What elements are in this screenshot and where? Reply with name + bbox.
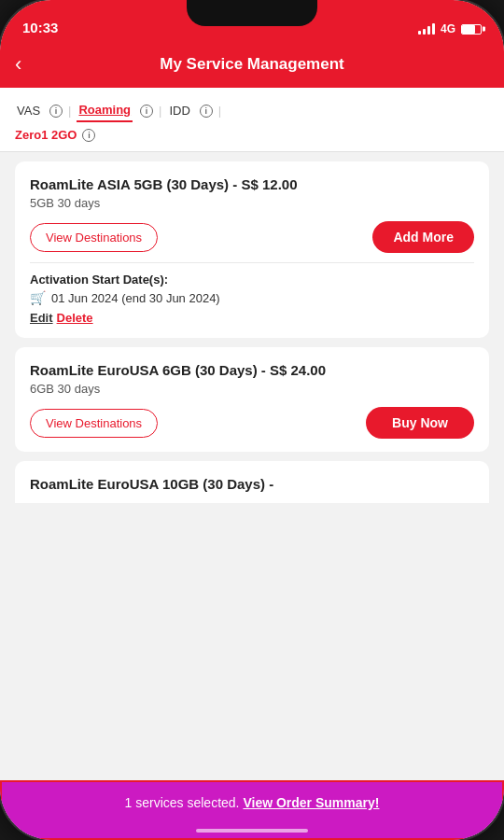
network-label: 4G xyxy=(441,22,455,35)
content-area: RoamLite ASIA 5GB (30 Days) - S$ 12.00 5… xyxy=(0,152,504,770)
plan-details-1: 5GB 30 days xyxy=(30,196,474,210)
zero1-row: Zero1 2GO i xyxy=(15,122,489,151)
buy-now-button[interactable]: Buy Now xyxy=(366,407,474,439)
signal-bar-2 xyxy=(423,29,426,35)
edit-link[interactable]: Edit xyxy=(30,311,53,325)
activation-section: Activation Start Date(s): 🛒 01 Jun 2024 … xyxy=(30,273,474,325)
divider-3: | xyxy=(218,104,221,118)
plan-name-1: RoamLite ASIA 5GB (30 Days) - S$ 12.00 xyxy=(30,175,474,194)
home-indicator xyxy=(196,829,308,833)
view-destinations-button-2[interactable]: View Destinations xyxy=(30,409,158,438)
divider-2: | xyxy=(159,104,161,118)
tab-row: VAS i | Roaming i | IDD i | xyxy=(15,99,489,122)
tab-roaming[interactable]: Roaming xyxy=(77,99,133,122)
roaming-info-icon[interactable]: i xyxy=(140,105,153,118)
activation-date-text: 01 Jun 2024 (end 30 Jun 2024) xyxy=(51,291,220,305)
plan-name-3: RoamLite EuroUSA 10GB (30 Days) - xyxy=(30,474,474,494)
idd-info-icon[interactable]: i xyxy=(200,105,213,118)
phone-frame: 10:33 4G ‹ My Service Management xyxy=(0,0,504,840)
plan-card-3-partial: RoamLite EuroUSA 10GB (30 Days) - xyxy=(15,461,489,503)
activation-title: Activation Start Date(s): xyxy=(30,273,474,287)
header: ‹ My Service Management xyxy=(0,41,504,88)
phone-screen: 10:33 4G ‹ My Service Management xyxy=(0,0,504,840)
view-destinations-button-1[interactable]: View Destinations xyxy=(30,223,158,252)
divider-1: | xyxy=(68,104,71,118)
battery-icon xyxy=(461,24,482,35)
card-actions-1: View Destinations Add More xyxy=(30,221,474,253)
tab-idd[interactable]: IDD xyxy=(167,100,191,121)
status-icons: 4G xyxy=(418,22,482,35)
battery-fill xyxy=(462,25,475,34)
banner-text: 1 services selected. View Order Summary! xyxy=(21,795,483,810)
plan-card-2: RoamLite EuroUSA 6GB (30 Days) - S$ 24.0… xyxy=(15,347,489,452)
back-button[interactable]: ‹ xyxy=(15,52,21,77)
plan-card-1: RoamLite ASIA 5GB (30 Days) - S$ 12.00 5… xyxy=(15,161,489,338)
card-divider-1 xyxy=(30,262,474,263)
notch xyxy=(187,0,317,26)
delete-link[interactable]: Delete xyxy=(57,311,93,325)
action-links: Edit Delete xyxy=(30,311,474,325)
tab-vas[interactable]: VAS xyxy=(15,100,42,121)
tab-zero1[interactable]: Zero1 2GO xyxy=(15,128,77,142)
card-actions-2: View Destinations Buy Now xyxy=(30,407,474,439)
signal-bars-icon xyxy=(418,23,435,35)
signal-bar-1 xyxy=(418,31,421,35)
plan-name-2: RoamLite EuroUSA 6GB (30 Days) - S$ 24.0… xyxy=(30,360,474,380)
tab-bar: VAS i | Roaming i | IDD i | Zero1 2GO i xyxy=(0,88,504,152)
signal-bar-4 xyxy=(432,23,435,35)
status-time: 10:33 xyxy=(22,20,58,35)
plan-details-2: 6GB 30 days xyxy=(30,382,474,396)
cart-icon: 🛒 xyxy=(30,290,46,305)
view-order-summary-link[interactable]: View Order Summary! xyxy=(243,795,379,810)
banner-services-text: 1 services selected. xyxy=(125,795,244,810)
activation-date-row: 🛒 01 Jun 2024 (end 30 Jun 2024) xyxy=(30,290,474,305)
zero1-info-icon[interactable]: i xyxy=(82,129,95,142)
signal-bar-3 xyxy=(427,26,430,35)
vas-info-icon[interactable]: i xyxy=(49,105,63,118)
page-title: My Service Management xyxy=(160,55,343,74)
add-more-button[interactable]: Add More xyxy=(372,221,474,253)
